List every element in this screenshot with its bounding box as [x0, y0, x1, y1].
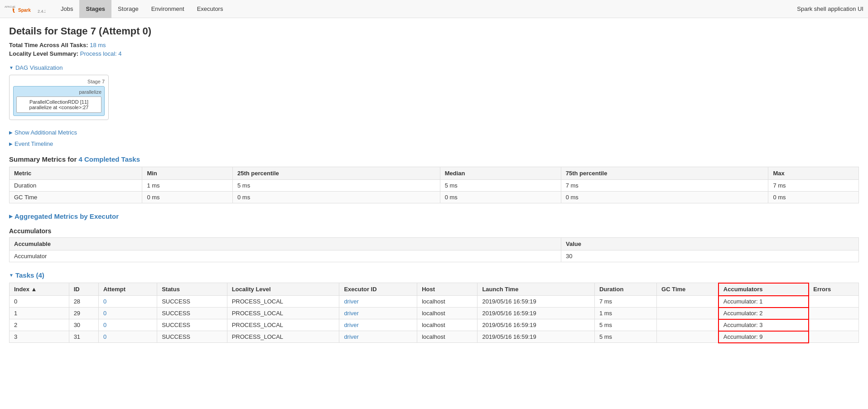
cell-gc — [657, 308, 719, 319]
cell-metric: GC Time — [10, 192, 142, 203]
nav-environment[interactable]: Environment — [145, 0, 191, 18]
cell-host: localhost — [417, 296, 477, 308]
cell-value: 30 — [561, 250, 859, 262]
main-content: Details for Stage 7 (Attempt 0) Total Ti… — [0, 18, 868, 350]
cell-status: SUCCESS — [157, 331, 227, 343]
cell-id: 31 — [69, 331, 98, 343]
cell-launch: 2019/05/16 16:59:19 — [477, 308, 594, 319]
cell-executor: driver — [339, 296, 417, 308]
cell-locality: PROCESS_LOCAL — [227, 319, 339, 331]
summary-col-p75: 75th percentile — [561, 167, 768, 180]
cell-accumulators: Accumulator: 1 — [719, 296, 808, 308]
tasks-tbody: 0 28 0 SUCCESS PROCESS_LOCAL driver loca… — [10, 296, 859, 343]
cell-status: SUCCESS — [157, 319, 227, 331]
cell-index: 2 — [10, 319, 69, 331]
locality-row: Locality Level Summary: Process local: 4 — [9, 50, 859, 57]
cell-accumulators: Accumulator: 2 — [719, 308, 808, 319]
cell-executor: driver — [339, 331, 417, 343]
nav-jobs[interactable]: Jobs — [54, 0, 79, 18]
tasks-col-attempt[interactable]: Attempt — [98, 283, 157, 296]
cell-attempt: 0 — [98, 331, 157, 343]
cell-index: 0 — [10, 296, 69, 308]
cell-p75: 0 ms — [561, 192, 768, 203]
tasks-col-executor[interactable]: Executor ID — [339, 283, 417, 296]
cell-p75: 7 ms — [561, 180, 768, 192]
cell-median: 5 ms — [440, 180, 561, 192]
cell-duration: 1 ms — [594, 308, 656, 319]
summary-col-p25: 25th percentile — [232, 167, 440, 180]
cell-host: localhost — [417, 319, 477, 331]
show-additional-metrics-link[interactable]: ▶ Show Additional Metrics — [9, 129, 77, 136]
cell-attempt: 0 — [98, 296, 157, 308]
table-row: Accumulator 30 — [10, 250, 859, 262]
cell-min: 0 ms — [142, 192, 233, 203]
cell-median: 0 ms — [440, 192, 561, 203]
cell-errors — [809, 319, 859, 331]
cell-launch: 2019/05/16 16:59:19 — [477, 331, 594, 343]
tasks-col-launch[interactable]: Launch Time — [477, 283, 594, 296]
cell-locality: PROCESS_LOCAL — [227, 331, 339, 343]
cell-gc — [657, 296, 719, 308]
cell-id: 30 — [69, 319, 98, 331]
agg-chevron-icon: ▶ — [9, 214, 13, 219]
svg-text:Spark: Spark — [18, 8, 31, 13]
cell-launch: 2019/05/16 16:59:19 — [477, 296, 594, 308]
event-timeline-link[interactable]: ▶ Event Timeline — [9, 140, 53, 147]
tasks-col-gc[interactable]: GC Time — [657, 283, 719, 296]
cell-id: 29 — [69, 308, 98, 319]
summary-col-max: Max — [768, 167, 859, 180]
nav-app-info: Spark shell application UI — [797, 5, 863, 12]
cell-attempt: 0 — [98, 319, 157, 331]
cell-duration: 5 ms — [594, 319, 656, 331]
acc-col-value: Value — [561, 238, 859, 250]
table-row: 2 30 0 SUCCESS PROCESS_LOCAL driver loca… — [10, 319, 859, 331]
tasks-section: ▼ Tasks (4) Index ▲ ID Attempt Status Lo… — [9, 271, 859, 343]
cell-gc — [657, 319, 719, 331]
cell-executor: driver — [339, 319, 417, 331]
nav-items: Jobs Stages Storage Environment Executor… — [54, 0, 229, 18]
tasks-col-accumulators[interactable]: Accumulators — [719, 283, 808, 296]
cell-index: 1 — [10, 308, 69, 319]
summary-tbody: Duration 1 ms 5 ms 5 ms 7 ms 7 ms GC Tim… — [10, 180, 859, 203]
cell-accumulable: Accumulator — [10, 250, 561, 262]
tasks-col-host[interactable]: Host — [417, 283, 477, 296]
table-row: 0 28 0 SUCCESS PROCESS_LOCAL driver loca… — [10, 296, 859, 308]
summary-col-median: Median — [440, 167, 561, 180]
table-row: 1 29 0 SUCCESS PROCESS_LOCAL driver loca… — [10, 308, 859, 319]
nav-executors[interactable]: Executors — [191, 0, 230, 18]
completed-tasks-count: 4 Completed Tasks — [78, 155, 140, 163]
cell-launch: 2019/05/16 16:59:19 — [477, 319, 594, 331]
nav-storage[interactable]: Storage — [111, 0, 145, 18]
navbar: Spark APACHE 2.4.2 Jobs Stages Storage E… — [0, 0, 868, 18]
accumulators-title: Accumulators — [9, 227, 859, 235]
cell-attempt: 0 — [98, 308, 157, 319]
summary-col-metric: Metric — [10, 167, 142, 180]
spark-logo-svg: Spark APACHE 2.4.2 — [5, 3, 45, 15]
tasks-col-status[interactable]: Status — [157, 283, 227, 296]
acc-thead: Accumulable Value — [10, 238, 859, 250]
cell-locality: PROCESS_LOCAL — [227, 308, 339, 319]
nav-stages[interactable]: Stages — [79, 0, 111, 18]
cell-accumulators: Accumulator: 3 — [719, 319, 808, 331]
tasks-title[interactable]: ▼ Tasks (4) — [9, 271, 44, 279]
svg-text:2.4.2: 2.4.2 — [38, 9, 45, 14]
brand-logo: Spark APACHE 2.4.2 — [5, 3, 45, 15]
agg-title[interactable]: ▶ Aggregated Metrics by Executor — [9, 212, 119, 220]
cell-executor: driver — [339, 308, 417, 319]
cell-max: 0 ms — [768, 192, 859, 203]
cell-status: SUCCESS — [157, 296, 227, 308]
tasks-col-errors[interactable]: Errors — [809, 283, 859, 296]
tasks-chevron-icon: ▼ — [9, 273, 14, 278]
table-row: Duration 1 ms 5 ms 5 ms 7 ms 7 ms — [10, 180, 859, 192]
dag-visualization-link[interactable]: ▼ DAG Visualization — [9, 64, 63, 71]
cell-index: 3 — [10, 331, 69, 343]
cell-duration: 7 ms — [594, 296, 656, 308]
cell-errors — [809, 296, 859, 308]
cell-host: localhost — [417, 308, 477, 319]
tasks-col-id[interactable]: ID — [69, 283, 98, 296]
cell-p25: 5 ms — [232, 180, 440, 192]
tasks-col-locality[interactable]: Locality Level — [227, 283, 339, 296]
tasks-col-duration[interactable]: Duration — [594, 283, 656, 296]
cell-duration: 5 ms — [594, 331, 656, 343]
tasks-col-index[interactable]: Index ▲ — [10, 283, 69, 296]
